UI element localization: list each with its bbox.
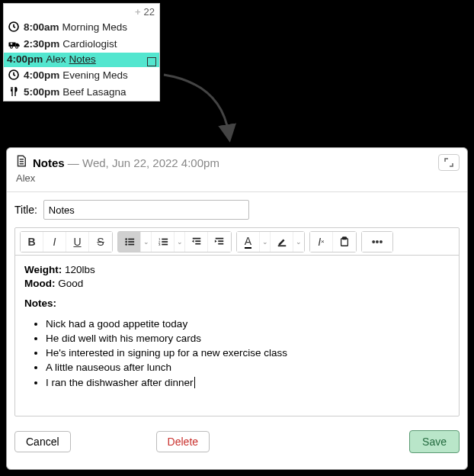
editor-subheader: Alex: [16, 172, 460, 184]
editor-toolbar: B I U S ⌄ 123 ⌄: [15, 228, 459, 256]
svg-text:3: 3: [158, 243, 160, 246]
strike-button[interactable]: S: [89, 232, 112, 252]
add-event-icon[interactable]: +: [135, 6, 141, 18]
weight-label: Weight:: [24, 264, 62, 275]
cancel-button[interactable]: Cancel: [14, 431, 71, 452]
event-time: 4:00pm: [24, 69, 59, 81]
list-item: Nick had a good appetite today: [46, 317, 450, 331]
svg-rect-17: [192, 237, 200, 239]
event-title: Evening Meds: [62, 69, 128, 81]
svg-rect-6: [128, 238, 134, 240]
divider: [7, 191, 467, 192]
day-header: + 22: [4, 4, 159, 19]
svg-rect-10: [128, 243, 134, 245]
list-item: He's interested in signing up for a new …: [46, 346, 450, 360]
underline-button[interactable]: U: [66, 232, 89, 252]
delete-button[interactable]: Delete: [156, 431, 210, 452]
svg-rect-23: [277, 245, 286, 246]
svg-point-9: [125, 243, 127, 246]
svg-rect-18: [195, 240, 200, 242]
svg-rect-22: [218, 243, 223, 244]
editor-header: Notes — Wed, Jun 22, 2022 4:00pm: [33, 156, 219, 169]
svg-rect-16: [162, 243, 168, 245]
editor-content[interactable]: Weight: 120lbs Mood: Good Notes: Nick ha…: [15, 256, 459, 416]
event-title: Cardiologist: [62, 38, 117, 50]
calendar-event[interactable]: 4:00pm Evening Meds: [4, 67, 159, 84]
chevron-down-icon[interactable]: ⌄: [260, 232, 271, 252]
svg-rect-25: [342, 236, 346, 239]
paste-button[interactable]: [333, 232, 356, 252]
svg-rect-19: [195, 243, 200, 244]
calendar-event[interactable]: 8:00am Morning Meds: [4, 19, 159, 36]
mood-value: Good: [58, 278, 83, 289]
title-label: Title:: [14, 204, 37, 216]
list-item: I ran the dishwasher after dinner: [46, 376, 450, 390]
clock-icon: [7, 68, 21, 82]
chevron-down-icon[interactable]: ⌄: [141, 232, 152, 252]
title-input[interactable]: [43, 200, 249, 220]
ambulance-icon: [7, 37, 21, 50]
mood-label: Mood:: [24, 278, 55, 289]
notes-list: Nick had a good appetite today He did we…: [24, 317, 450, 390]
expand-button[interactable]: [438, 154, 460, 171]
svg-rect-12: [162, 238, 168, 240]
list-item: He did well with his memory cards: [46, 332, 450, 346]
highlight-button[interactable]: [271, 232, 293, 252]
note-editor-panel: Notes — Wed, Jun 22, 2022 4:00pm Alex Ti…: [6, 147, 468, 470]
chevron-down-icon[interactable]: ⌄: [175, 232, 185, 252]
event-time: 2:30pm: [24, 38, 59, 50]
event-author: Alex: [46, 53, 66, 65]
more-button[interactable]: •••: [362, 232, 392, 252]
event-title: Notes: [69, 53, 96, 65]
calendar-day-card: + 22 8:00am Morning Meds 2:30pm Cardiolo…: [3, 3, 160, 101]
day-number: 22: [144, 6, 155, 18]
svg-point-5: [125, 238, 127, 240]
calendar-event[interactable]: 2:30pm Cardiologist: [4, 36, 159, 53]
calendar-event[interactable]: 5:00pm Beef Lasagna: [4, 84, 159, 101]
fork-knife-icon: [7, 85, 21, 98]
svg-point-7: [125, 240, 127, 243]
svg-rect-8: [128, 241, 134, 243]
rich-text-editor: B I U S ⌄ 123 ⌄: [14, 227, 460, 416]
document-icon: [14, 154, 28, 171]
svg-rect-21: [218, 240, 223, 242]
event-title: Beef Lasagna: [62, 86, 126, 98]
bold-button[interactable]: B: [21, 232, 43, 252]
text-color-button[interactable]: A: [237, 232, 260, 252]
event-time: 8:00am: [24, 21, 59, 33]
notes-heading: Notes:: [24, 298, 56, 309]
svg-point-2: [10, 46, 12, 48]
event-time: 4:00pm: [7, 53, 43, 65]
weight-value: 120lbs: [65, 264, 95, 275]
event-time: 5:00pm: [24, 86, 59, 98]
arrow-connector: [160, 69, 251, 145]
save-button[interactable]: Save: [409, 430, 460, 453]
italic-button[interactable]: I: [43, 232, 66, 252]
svg-rect-20: [216, 237, 224, 239]
calendar-event-selected[interactable]: 4:00pm Alex Notes: [4, 53, 159, 67]
number-list-button[interactable]: 123: [152, 232, 175, 252]
chevron-down-icon[interactable]: ⌄: [293, 232, 304, 252]
svg-rect-14: [162, 241, 168, 243]
clear-format-button[interactable]: I×: [310, 232, 333, 252]
outdent-button[interactable]: [185, 232, 208, 252]
bullet-list-button[interactable]: [118, 232, 141, 252]
indent-button[interactable]: [208, 232, 231, 252]
svg-point-3: [15, 46, 18, 48]
list-item: A little nauseous after lunch: [46, 361, 450, 375]
event-title: Morning Meds: [62, 21, 128, 33]
clock-icon: [7, 20, 21, 34]
